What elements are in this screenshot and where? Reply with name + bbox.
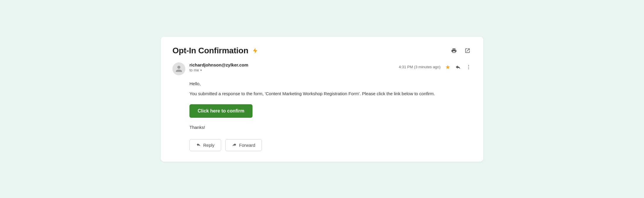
forward-button[interactable]: Forward [225,139,262,151]
email-header: Opt-In Confirmation [172,46,472,55]
lightning-icon [252,47,258,54]
confirm-button[interactable]: Click here to confirm [189,104,252,118]
forward-icon [232,142,237,148]
star-icon[interactable]: ★ [445,64,450,71]
email-body: Hello, You submitted a response to the f… [172,81,472,151]
email-greeting: Hello, [189,81,472,86]
chevron-down-icon: ▾ [200,69,202,72]
reply-label: Reply [203,143,214,148]
sender-row: richardjohnson@zylker.com to me ▾ 4:31 P… [172,62,472,75]
email-title-row: Opt-In Confirmation [172,46,258,55]
sender-right: 4:31 PM (3 minutes ago) ★ [399,62,472,71]
svg-point-2 [468,66,469,67]
external-link-button[interactable] [463,47,472,55]
sender-to[interactable]: to me ▾ [189,68,248,72]
email-message: You submitted a response to the form, 'C… [189,90,453,97]
print-button[interactable] [450,47,458,55]
sender-to-label: to me [189,68,199,72]
header-actions [450,47,472,55]
more-options-button[interactable] [466,64,472,70]
svg-marker-0 [253,48,257,53]
email-title: Opt-In Confirmation [172,46,248,55]
sender-info: richardjohnson@zylker.com to me ▾ [189,62,248,72]
quick-reply-button[interactable] [455,64,461,70]
email-card: Opt-In Confirmation [161,37,483,162]
reply-icon [196,142,201,148]
email-thanks: Thanks! [189,125,472,130]
svg-point-3 [468,68,469,69]
sender-left: richardjohnson@zylker.com to me ▾ [172,62,248,75]
svg-point-1 [468,65,469,66]
avatar [172,62,185,75]
reply-button[interactable]: Reply [189,139,221,151]
forward-label: Forward [239,143,255,148]
action-buttons: Reply Forward [189,139,472,151]
sender-email: richardjohnson@zylker.com [189,62,248,67]
email-timestamp: 4:31 PM (3 minutes ago) [399,65,440,69]
